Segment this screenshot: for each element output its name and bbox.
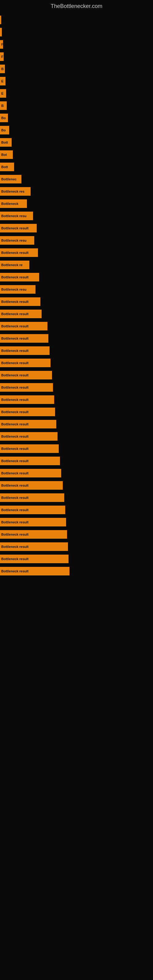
bar: Bottleneck result [0, 371, 52, 379]
bar-row: Bottleneck result [0, 320, 153, 332]
bar-label: Bottleneck result [1, 410, 29, 414]
bar-row: Bottleneck result [0, 357, 153, 369]
bar: Bott [0, 162, 14, 171]
bar-row: Bottleneck result [0, 528, 153, 540]
bar-label: Bottleneck result [1, 422, 29, 426]
bar-row: Bottleneck result [0, 553, 153, 565]
bar: Bottleneck result [0, 555, 69, 563]
bar-row: Bottleneck result [0, 394, 153, 406]
bar: Bottleneck result [0, 506, 65, 514]
bar: Bottleneck [0, 199, 27, 208]
bar-label: Bottlenec [1, 177, 16, 181]
bar-label: Bottleneck result [1, 251, 29, 255]
bar: Bottleneck result [0, 407, 55, 416]
bar: Bottleneck result [0, 542, 68, 551]
bar-row: Bottleneck resu [0, 235, 153, 246]
bar-row [0, 26, 153, 38]
bar-row: Bo [0, 124, 153, 136]
bar-row: Bottleneck result [0, 332, 153, 344]
bar: Bot [0, 150, 13, 159]
bar-row: Bottleneck result [0, 467, 153, 479]
bar: Bottleneck result [0, 493, 64, 502]
bar-label: Bottleneck result [1, 300, 29, 304]
bar-label: F [1, 43, 3, 46]
bar [0, 16, 1, 24]
bar-row: Bottleneck result [0, 418, 153, 430]
bar-label: F [1, 55, 3, 59]
bar-label: E [1, 92, 3, 95]
bar-label: Bottleneck result [1, 312, 29, 316]
bar-row: Bottleneck result [0, 308, 153, 320]
bar: Bottleneck result [0, 298, 40, 306]
bar: Bottleneck result [0, 420, 56, 428]
bar-label: Bottleneck result [1, 226, 29, 230]
bar-label: Bottleneck result [1, 459, 29, 463]
bar-row: Bottleneck result [0, 382, 153, 393]
bar-row: E [0, 88, 153, 99]
bar: Bottleneck res [0, 187, 30, 196]
bar: Bottleneck result [0, 457, 60, 465]
bar-label: Bottleneck result [1, 520, 29, 524]
bar: Bo [0, 114, 8, 122]
bar-row: Bottleneck resu [0, 210, 153, 222]
bar-label: Bottleneck result [1, 361, 29, 365]
bar: Bottleneck result [0, 273, 39, 282]
bar-label: Bottleneck result [1, 398, 29, 401]
bar-row: Bottleneck result [0, 455, 153, 467]
bar: Bottleneck result [0, 224, 37, 232]
bar-row: Bottleneck result [0, 480, 153, 491]
bar-row: Bott [0, 161, 153, 173]
bar: Bottleneck result [0, 310, 41, 318]
bar-row: B [0, 63, 153, 75]
bar: Bottleneck result [0, 567, 70, 576]
bar-row: Bottleneck result [0, 565, 153, 577]
bar: Bottleneck result [0, 444, 59, 453]
bar: Bottleneck re [0, 261, 29, 269]
site-title: TheBottlenecker.com [0, 0, 153, 11]
bar: B [0, 65, 5, 73]
bar-row: Bot [0, 149, 153, 161]
bar-row: Bottleneck result [0, 406, 153, 418]
bar: F [0, 52, 4, 61]
bar-row: Bottleneck result [0, 247, 153, 258]
bar: Bottleneck resu [0, 285, 35, 294]
bar-row: Bottleneck result [0, 541, 153, 552]
bar-label: Bottleneck result [1, 447, 29, 450]
bar-label: Bottleneck result [1, 385, 29, 389]
bar-label: Bot [1, 153, 7, 156]
bar-label: Bottleneck resu [1, 214, 27, 218]
bar-label: Bottleneck result [1, 275, 29, 279]
bar-row: Bottleneck result [0, 492, 153, 503]
bar-row: Bottleneck [0, 198, 153, 210]
bar-label: Bottleneck resu [1, 288, 27, 291]
bar: Bottleneck result [0, 481, 63, 490]
bar: Bottleneck resu [0, 212, 33, 220]
bar-row: F [0, 51, 153, 62]
bar-label: Bo [1, 128, 6, 132]
bar-row: Bottleneck result [0, 271, 153, 283]
bars-container: FFBEEBBoBoBottBotBottBottlenecBottleneck… [0, 11, 153, 581]
bar-row: Bottleneck resu [0, 283, 153, 295]
bar-row: Bottleneck result [0, 296, 153, 307]
bar: Bottleneck result [0, 334, 48, 343]
bar: F [0, 40, 3, 49]
bar-label: E [1, 79, 3, 83]
bar-row: Bottleneck result [0, 369, 153, 381]
bar-row: Bottleneck res [0, 186, 153, 197]
bar: Bottleneck result [0, 530, 67, 539]
bar-label: Bottleneck result [1, 508, 29, 512]
bar-row: Bottleneck re [0, 259, 153, 271]
bar-row: Bottleneck result [0, 222, 153, 234]
bar-label: Bott [1, 140, 8, 144]
bar-label: Bottleneck result [1, 337, 29, 340]
bar [0, 28, 2, 37]
bar-row: Bo [0, 112, 153, 124]
bar: Bott [0, 138, 12, 147]
bar-label: Bott [1, 165, 8, 169]
bar: B [0, 101, 7, 110]
bar: Bottleneck result [0, 322, 48, 331]
bar-label: Bo [1, 116, 6, 120]
bar: Bottleneck result [0, 248, 38, 257]
bar-label: Bottleneck result [1, 569, 29, 573]
bar: Bottleneck result [0, 359, 51, 367]
